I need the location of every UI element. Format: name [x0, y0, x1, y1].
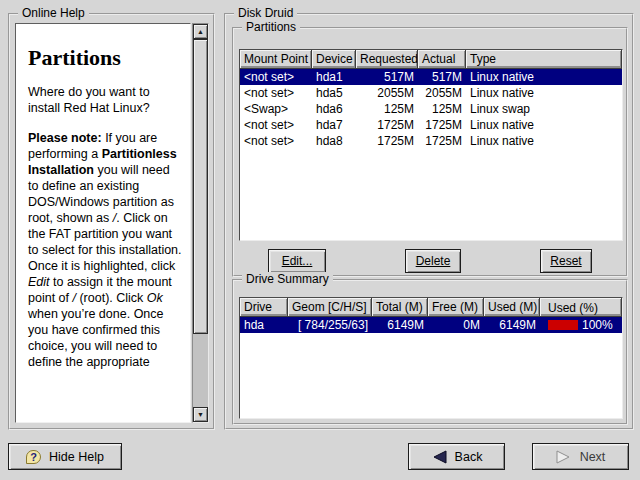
disk-druid-frame: Disk Druid Partitions Mount Point Device… — [224, 13, 634, 430]
help-note: Please note: If you are performing a Par… — [28, 130, 182, 370]
partitions-frame-label: Partitions — [242, 20, 300, 34]
column-header-device[interactable]: Device — [312, 50, 356, 69]
partition-row-hda6[interactable]: <Swap> hda6 125M 125M Linux swap — [240, 101, 622, 117]
partitions-table-header: Mount Point Device Requested Actual Type — [240, 50, 622, 69]
column-header-actual[interactable]: Actual — [418, 50, 466, 69]
column-header-used-pct[interactable]: Used (%) — [540, 298, 622, 317]
scroll-up-button[interactable]: ▲ — [193, 24, 208, 39]
drive-summary-table-header: Drive Geom [C/H/S] Total (M) Free (M) Us… — [240, 298, 622, 317]
delete-button[interactable]: Delete — [405, 249, 461, 273]
next-arrow-icon — [556, 450, 572, 464]
drive-summary-frame: Drive Summary Drive Geom [C/H/S] Total (… — [232, 279, 628, 425]
partition-row-hda1[interactable]: <not set> hda1 517M 517M Linux native — [240, 69, 622, 85]
scroll-up-icon: ▲ — [197, 28, 204, 35]
disk-druid-frame-label: Disk Druid — [234, 6, 297, 20]
edit-button[interactable]: Edit... — [268, 249, 326, 273]
reset-button[interactable]: Reset — [540, 249, 592, 273]
used-m-cell: 6149M — [484, 317, 540, 333]
column-header-geom[interactable]: Geom [C/H/S] — [288, 298, 372, 317]
help-content: Partitions Where do you want to install … — [15, 23, 191, 423]
partition-row-hda8[interactable]: <not set> hda8 1725M 1725M Linux native — [240, 133, 622, 149]
back-button[interactable]: Back — [408, 443, 505, 470]
scroll-down-icon: ▼ — [197, 411, 204, 418]
hide-help-button[interactable]: ? Hide Help — [8, 443, 122, 470]
drive-summary-frame-label: Drive Summary — [242, 272, 333, 286]
online-help-frame-label: Online Help — [18, 6, 89, 20]
partitions-table: Mount Point Device Requested Actual Type… — [239, 49, 623, 241]
online-help-frame: Online Help Partitions Where do you want… — [8, 13, 215, 430]
drive-summary-table: Drive Geom [C/H/S] Total (M) Free (M) Us… — [239, 297, 623, 419]
used-percent-cell: 100% — [540, 317, 622, 333]
used-bar — [548, 320, 578, 330]
scrollbar-thumb[interactable] — [193, 39, 208, 334]
partitions-frame: Partitions Mount Point Device Requested … — [232, 27, 628, 277]
help-intro: Where do you want to install Red Hat Lin… — [28, 84, 182, 116]
back-arrow-icon — [431, 450, 447, 464]
partition-actions: Edit... Delete Reset — [234, 249, 626, 273]
help-title: Partitions — [28, 50, 182, 66]
help-icon: ? — [26, 450, 41, 464]
next-button[interactable]: Next — [532, 443, 629, 470]
column-header-free[interactable]: Free (M) — [428, 298, 484, 317]
scroll-down-button[interactable]: ▼ — [193, 407, 208, 422]
column-header-mount-point[interactable]: Mount Point — [240, 50, 312, 69]
partition-row-hda7[interactable]: <not set> hda7 1725M 1725M Linux native — [240, 117, 622, 133]
column-header-drive[interactable]: Drive — [240, 298, 288, 317]
partition-row-hda5[interactable]: <not set> hda5 2055M 2055M Linux native — [240, 85, 622, 101]
column-header-total[interactable]: Total (M) — [372, 298, 428, 317]
used-percent-value: 100% — [582, 317, 613, 333]
help-scrollbar[interactable]: ▲ ▼ — [192, 23, 209, 423]
column-header-type[interactable]: Type — [466, 50, 622, 69]
column-header-used-m[interactable]: Used (M) — [484, 298, 540, 317]
drive-row-hda[interactable]: hda [ 784/255/63] 6149M 0M 6149M 100% — [240, 317, 622, 333]
column-header-requested[interactable]: Requested — [356, 50, 418, 69]
